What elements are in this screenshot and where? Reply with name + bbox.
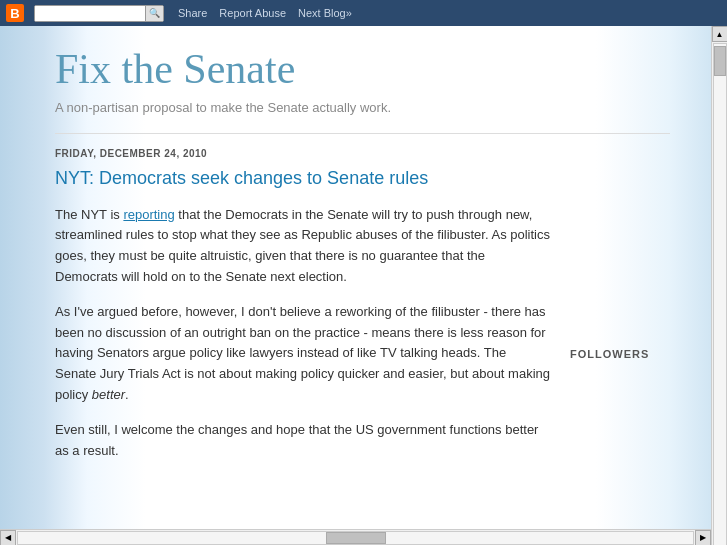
post-title[interactable]: NYT: Democrats seek changes to Senate ru… <box>55 167 550 190</box>
post-body: The NYT is reporting that the Democrats … <box>55 205 550 462</box>
scroll-track-bottom[interactable] <box>17 531 694 545</box>
post-paragraph-2: As I've argued before, however, I don't … <box>55 302 550 406</box>
bottom-scrollbar: ◀ ▶ <box>0 529 711 545</box>
blog-description: A non-partisan proposal to make the Sena… <box>55 100 670 115</box>
divider <box>55 133 670 134</box>
post-main: Friday, December 24, 2010 NYT: Democrats… <box>55 148 550 475</box>
page: Fix the Senate A non-partisan proposal t… <box>0 26 711 529</box>
followers-label: FOLLOWERS <box>570 348 670 360</box>
share-link[interactable]: Share <box>178 7 207 19</box>
scroll-up-button[interactable]: ▲ <box>712 26 728 42</box>
blog-title: Fix the Senate <box>55 46 670 92</box>
search-input[interactable] <box>35 6 145 21</box>
right-scrollbar: ▲ ▼ <box>711 26 727 545</box>
italic-better: better <box>92 387 125 402</box>
post-container: Friday, December 24, 2010 NYT: Democrats… <box>55 148 670 475</box>
search-bar[interactable]: 🔍 <box>34 5 164 22</box>
post-paragraph-1: The NYT is reporting that the Democrats … <box>55 205 550 288</box>
navbar: B 🔍 Share Report Abuse Next Blog» <box>0 0 727 26</box>
scroll-thumb-right[interactable] <box>714 46 726 76</box>
post-date: Friday, December 24, 2010 <box>55 148 550 159</box>
next-blog-link[interactable]: Next Blog» <box>298 7 352 19</box>
reporting-link[interactable]: reporting <box>123 207 174 222</box>
nav-links: Share Report Abuse Next Blog» <box>178 7 352 19</box>
scroll-left-button[interactable]: ◀ <box>0 530 16 546</box>
report-abuse-link[interactable]: Report Abuse <box>219 7 286 19</box>
scroll-right-button[interactable]: ▶ <box>695 530 711 546</box>
scroll-track-right[interactable] <box>713 43 727 545</box>
search-button[interactable]: 🔍 <box>145 5 163 22</box>
post-sidebar: FOLLOWERS <box>550 148 670 475</box>
scroll-thumb-bottom[interactable] <box>326 532 386 544</box>
post-paragraph-3: Even still, I welcome the changes and ho… <box>55 420 550 462</box>
blogger-logo: B <box>6 4 24 22</box>
